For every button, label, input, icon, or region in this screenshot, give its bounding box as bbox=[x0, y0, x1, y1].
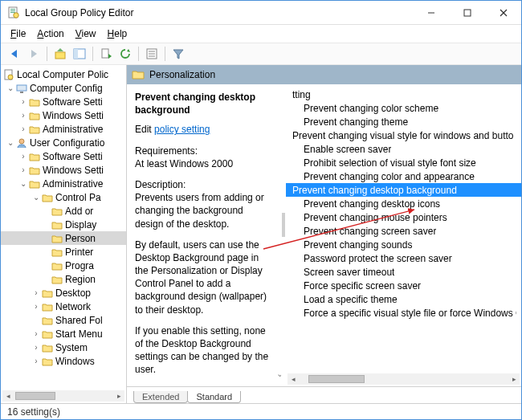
tree-item[interactable]: ›Network bbox=[1, 300, 126, 313]
scroll-left-icon[interactable]: ◂ bbox=[288, 373, 299, 385]
collapse-icon[interactable]: ⌄ bbox=[18, 179, 28, 189]
folder-icon bbox=[41, 341, 54, 354]
back-button[interactable] bbox=[6, 45, 23, 63]
minimize-button[interactable] bbox=[413, 1, 449, 24]
svg-rect-25 bbox=[17, 85, 27, 91]
tree-root[interactable]: Local Computer Polic bbox=[1, 67, 126, 81]
export-button[interactable] bbox=[97, 45, 115, 63]
tab-standard[interactable]: Standard bbox=[187, 391, 241, 403]
list-item[interactable]: Prevent changing color scheme bbox=[286, 101, 521, 115]
list-item[interactable]: Prevent changing theme bbox=[286, 115, 521, 128]
description-text: Prevents users from adding or changing t… bbox=[135, 191, 273, 230]
maximize-button[interactable] bbox=[449, 1, 485, 24]
tree-item[interactable]: Progra bbox=[1, 259, 126, 272]
description-label: Description: bbox=[135, 178, 273, 191]
list-item[interactable]: Password protect the screen saver bbox=[286, 251, 521, 265]
tab-extended[interactable]: Extended bbox=[133, 391, 188, 403]
scroll-right-icon[interactable]: ▸ bbox=[113, 390, 124, 402]
menu-file[interactable]: File bbox=[6, 27, 31, 41]
tree-item[interactable]: ›Windows Setti bbox=[1, 163, 126, 177]
toolbar-sep bbox=[165, 47, 165, 61]
list-item[interactable]: Prevent changing desktop icons bbox=[286, 197, 521, 210]
folder-icon bbox=[51, 232, 63, 245]
expand-icon[interactable]: › bbox=[18, 152, 28, 161]
collapse-icon[interactable]: ⌄ bbox=[31, 193, 41, 202]
filter-button[interactable] bbox=[169, 45, 187, 63]
list-h-scrollbar[interactable]: ◂ ▸ bbox=[288, 373, 520, 385]
menu-view[interactable]: View bbox=[71, 27, 101, 41]
close-button[interactable] bbox=[485, 1, 521, 24]
tree-item[interactable]: ›Windows bbox=[1, 354, 126, 368]
tree-item[interactable]: ›Software Setti bbox=[1, 149, 126, 163]
expand-icon[interactable]: › bbox=[31, 357, 41, 366]
list-item[interactable]: Force a specific visual style file or fo… bbox=[286, 306, 521, 320]
title-bar[interactable]: Local Group Policy Editor bbox=[1, 1, 521, 25]
list-item[interactable]: Load a specific theme bbox=[286, 292, 521, 306]
scroll-thumb[interactable] bbox=[308, 375, 365, 383]
collapse-icon[interactable]: ⌄ bbox=[6, 138, 15, 148]
scroll-thumb[interactable] bbox=[15, 392, 55, 400]
tree-item[interactable]: Printer bbox=[1, 245, 126, 259]
menu-bar: File Action View Help bbox=[1, 25, 521, 43]
edit-policy-link[interactable]: policy setting bbox=[154, 124, 210, 135]
menu-help[interactable]: Help bbox=[103, 27, 133, 41]
tree-item[interactable]: ›System bbox=[1, 340, 126, 354]
properties-button[interactable] bbox=[143, 45, 161, 63]
forward-button[interactable] bbox=[25, 45, 43, 63]
tree-item[interactable]: Region bbox=[1, 272, 126, 286]
tree-item[interactable]: ⌄Administrative bbox=[1, 177, 126, 190]
list-item[interactable]: Prevent changing color and appearance bbox=[286, 169, 521, 183]
list-item[interactable]: Prevent changing visual style for window… bbox=[286, 128, 521, 142]
list-item[interactable]: Prevent changing sounds bbox=[286, 238, 521, 251]
content-body: Prevent changing desktop background Edit… bbox=[127, 84, 521, 386]
menu-action[interactable]: Action bbox=[32, 27, 68, 41]
tree-item[interactable]: Shared Fol bbox=[1, 313, 126, 327]
list-item[interactable]: Enable screen saver bbox=[286, 142, 521, 156]
tree-item[interactable]: ›Administrative bbox=[1, 122, 126, 136]
expand-icon[interactable]: › bbox=[18, 97, 28, 107]
tree-item[interactable]: Display bbox=[1, 218, 126, 231]
scroll-right-icon[interactable]: ▸ bbox=[508, 373, 520, 385]
nav-tree[interactable]: Local Computer Polic ⌄Computer Config ›S… bbox=[1, 65, 127, 403]
expand-icon[interactable]: › bbox=[31, 302, 41, 312]
list-item[interactable]: Prevent changing screen saver bbox=[286, 224, 521, 238]
list-item[interactable]: Prohibit selection of visual style font … bbox=[286, 156, 521, 169]
description-text: By default, users can use the Desktop Ba… bbox=[135, 239, 273, 316]
expand-icon[interactable]: › bbox=[18, 165, 28, 175]
splitter-grip[interactable] bbox=[282, 213, 285, 237]
policy-title: Prevent changing desktop background bbox=[135, 91, 273, 116]
list-item[interactable]: Screen saver timeout bbox=[286, 265, 521, 279]
tree-h-scrollbar[interactable]: ◂ ▸ bbox=[2, 390, 124, 402]
tree-item[interactable]: Add or bbox=[1, 204, 126, 218]
tree-user-config[interactable]: ⌄User Configuratio bbox=[1, 136, 126, 149]
folder-icon bbox=[132, 67, 145, 83]
tree-personalization[interactable]: Person bbox=[1, 231, 126, 245]
tree-item[interactable]: ›Start Menu bbox=[1, 327, 126, 340]
tree-control-panel[interactable]: ⌄Control Pa bbox=[1, 190, 126, 204]
tree-item[interactable]: ›Software Setti bbox=[1, 95, 126, 108]
expand-icon[interactable]: › bbox=[31, 288, 41, 298]
policy-list[interactable]: tting Prevent changing color scheme Prev… bbox=[286, 84, 521, 386]
scroll-left-icon[interactable]: ◂ bbox=[2, 390, 14, 402]
svg-rect-1 bbox=[10, 9, 15, 10]
up-button[interactable] bbox=[51, 45, 69, 63]
tree-item[interactable]: ›Desktop bbox=[1, 286, 126, 300]
expand-icon[interactable]: › bbox=[31, 343, 41, 353]
refresh-button[interactable] bbox=[116, 45, 134, 63]
expand-icon[interactable]: › bbox=[31, 329, 41, 339]
toolbar-sep bbox=[138, 47, 139, 61]
list-item-selected[interactable]: Prevent changing desktop background bbox=[286, 183, 521, 197]
content-pane: Personalization Prevent changing desktop… bbox=[127, 65, 521, 403]
tree-computer-config[interactable]: ⌄Computer Config bbox=[1, 81, 126, 95]
tree-item[interactable]: ›Windows Setti bbox=[1, 108, 126, 122]
list-item[interactable]: Force specific screen saver bbox=[286, 279, 521, 292]
folder-icon bbox=[41, 328, 54, 340]
folder-icon bbox=[51, 205, 63, 218]
show-hide-tree-button[interactable] bbox=[71, 45, 88, 63]
list-item[interactable]: tting bbox=[286, 88, 521, 101]
folder-icon bbox=[41, 355, 54, 368]
collapse-icon[interactable]: ⌄ bbox=[6, 84, 15, 93]
list-item[interactable]: Prevent changing mouse pointers bbox=[286, 210, 521, 224]
expand-icon[interactable]: › bbox=[18, 111, 28, 120]
expand-icon[interactable]: › bbox=[18, 124, 28, 134]
